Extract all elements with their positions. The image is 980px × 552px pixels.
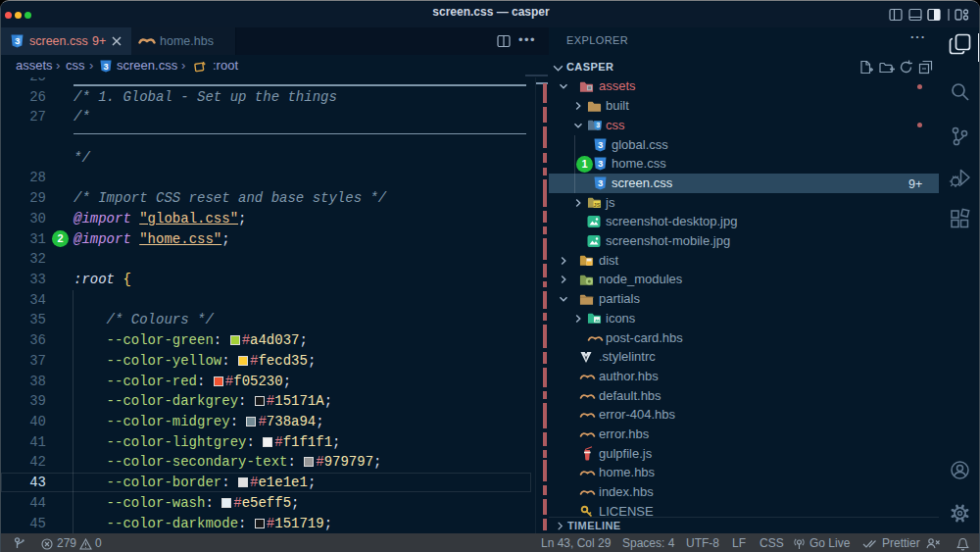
svg-text:3: 3 (598, 139, 603, 150)
svg-text:3: 3 (596, 123, 600, 129)
svg-text:JS: JS (594, 202, 601, 208)
svg-text:3: 3 (104, 62, 109, 72)
svg-text:3: 3 (598, 158, 603, 169)
svg-text:3: 3 (598, 177, 603, 188)
svg-text:3: 3 (15, 35, 20, 46)
